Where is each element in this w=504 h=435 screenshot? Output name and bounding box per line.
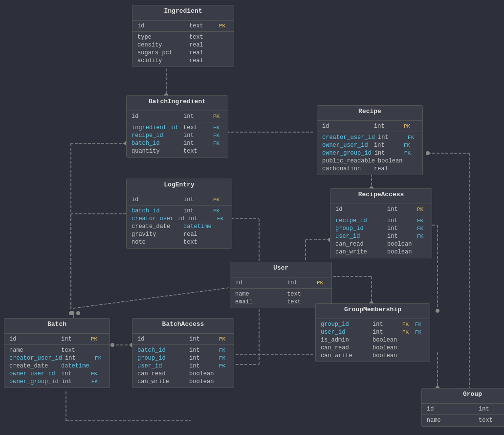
table-groupMembership: GroupMembershipgroup_idintPKFKuser_idint… [315, 303, 430, 362]
table-title-batchIngredient: BatchIngredient [127, 96, 228, 107]
table-title-batch: Batch [4, 319, 110, 330]
table-row: nametext [230, 288, 331, 298]
table-row: group_idintPKFK [316, 319, 430, 328]
table-row: creator_user_idintFK [4, 354, 110, 362]
table-row: idintPK [127, 111, 228, 120]
table-batchIngredient: BatchIngredientidintPKingredient_idtextF… [126, 95, 228, 158]
table-row: acidityreal [132, 57, 234, 65]
table-row: user_idintPKFK [316, 328, 430, 336]
svg-point-42 [70, 311, 74, 315]
table-logEntry: LogEntryidintPKbatch_idintFKcreator_user… [126, 179, 232, 249]
table-row: batch_idintFK [127, 139, 228, 147]
table-row: can_readboolean [330, 240, 432, 248]
table-title-group: Group [422, 389, 504, 400]
table-recipe: RecipeidintPKcreator_user_idintFKowner_u… [317, 105, 423, 175]
table-row: user_idintFK [330, 232, 432, 240]
table-title-user: User [230, 262, 331, 274]
table-title-batchAccess: BatchAccess [132, 319, 234, 330]
svg-point-38 [110, 343, 114, 347]
table-row: idintPK [230, 277, 331, 287]
svg-point-43 [76, 311, 80, 315]
table-title-recipe: Recipe [317, 106, 422, 117]
table-row: owner_group_idintFK [317, 149, 422, 157]
table-row: idintPK [330, 204, 432, 213]
table-row: ingredient_idtextFK [127, 122, 228, 132]
table-title-recipeAccess: RecipeAccess [330, 189, 432, 200]
table-row: recipe_idintFK [330, 215, 432, 225]
table-row: owner_group_idintFK [4, 378, 110, 386]
table-row: nametext [4, 344, 110, 354]
table-row: public_readableboolean [317, 157, 422, 165]
table-row: densityreal [132, 41, 234, 49]
table-row: can_writeboolean [132, 378, 234, 386]
table-ingredient: IngredientidtextPKtypetextdensityrealsug… [132, 5, 234, 67]
table-row: create_datedatetime [127, 223, 232, 230]
table-row: idintPK [127, 194, 232, 204]
table-row: can_readboolean [132, 370, 234, 378]
table-row: gravityreal [127, 230, 232, 238]
table-row: group_idintFK [330, 225, 432, 232]
table-row: sugars_pctreal [132, 49, 234, 57]
table-batchAccess: BatchAccessidintPKbatch_idintFKgroup_idi… [132, 318, 234, 388]
svg-point-41 [426, 151, 430, 155]
table-row: creator_user_idintFK [317, 132, 422, 141]
table-user: UseridintPKnametextemailtext [230, 262, 332, 308]
table-title-groupMembership: GroupMembership [316, 304, 430, 315]
table-group: GroupidintPKnametext [421, 388, 504, 427]
table-row: group_idintFK [132, 354, 234, 362]
table-recipeAccess: RecipeAccessidintPKrecipe_idintFKgroup_i… [330, 188, 432, 258]
table-title-logEntry: LogEntry [127, 179, 232, 190]
table-row: user_idintFK [132, 362, 234, 370]
table-row: idintPK [132, 333, 234, 343]
table-row: quantitytext [127, 147, 228, 155]
table-row: creator_user_idintFK [127, 215, 232, 223]
table-row: idintPK [317, 120, 422, 130]
svg-point-21 [436, 309, 439, 313]
table-row: batch_idintFK [127, 205, 232, 215]
table-row: create_datedatetime [4, 362, 110, 370]
table-row: carbonationreal [317, 165, 422, 173]
table-batch: BatchidintPKnametextcreator_user_idintFK… [4, 318, 110, 388]
table-row: owner_user_idintFK [4, 370, 110, 378]
table-row: can_writeboolean [316, 352, 430, 360]
table-row: owner_user_idintFK [317, 141, 422, 149]
table-row: batch_idintFK [132, 344, 234, 354]
svg-point-7 [69, 311, 73, 315]
table-row: idtextPK [132, 20, 234, 30]
table-row: recipe_idintFK [127, 132, 228, 139]
table-row: can_readboolean [316, 344, 430, 352]
table-title-ingredient: Ingredient [132, 5, 234, 17]
table-row: idintPK [422, 403, 504, 413]
table-row: nametext [422, 414, 504, 424]
table-row: is_adminboolean [316, 336, 430, 344]
table-row: typetext [132, 31, 234, 41]
table-row: notetext [127, 238, 232, 246]
table-row: can_writeboolean [330, 248, 432, 256]
table-row: idintPK [4, 333, 110, 343]
